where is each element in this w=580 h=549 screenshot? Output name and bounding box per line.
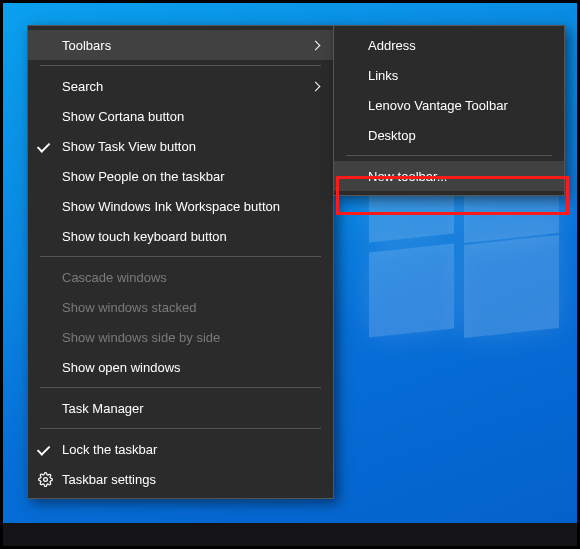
menu-item-label: Show open windows: [62, 360, 319, 375]
taskbar[interactable]: [3, 523, 577, 546]
check-icon: [28, 442, 62, 457]
menu-item-label: Show Cortana button: [62, 109, 319, 124]
menu-separator: [346, 155, 552, 156]
gear-icon: [28, 472, 62, 487]
screenshot-frame: Toolbars Search Show Cortana button Show…: [0, 0, 580, 549]
menu-item-label: Search: [62, 79, 307, 94]
menu-item-show-open-windows[interactable]: Show open windows: [28, 352, 333, 382]
menu-item-label: New toolbar...: [368, 169, 550, 184]
menu-item-label: Lock the taskbar: [62, 442, 319, 457]
chevron-right-icon: [307, 39, 319, 51]
menu-item-taskbar-settings[interactable]: Taskbar settings: [28, 464, 333, 494]
menu-item-label: Address: [368, 38, 550, 53]
submenu-item-links[interactable]: Links: [334, 60, 564, 90]
menu-item-label: Show People on the taskbar: [62, 169, 319, 184]
menu-item-label: Show Task View button: [62, 139, 319, 154]
submenu-item-address[interactable]: Address: [334, 30, 564, 60]
menu-item-label: Toolbars: [62, 38, 307, 53]
submenu-item-lenovo-vantage[interactable]: Lenovo Vantage Toolbar: [334, 90, 564, 120]
menu-item-label: Show touch keyboard button: [62, 229, 319, 244]
menu-item-show-ink-workspace[interactable]: Show Windows Ink Workspace button: [28, 191, 333, 221]
check-icon: [28, 139, 62, 154]
menu-item-label: Desktop: [368, 128, 550, 143]
menu-item-label: Show Windows Ink Workspace button: [62, 199, 319, 214]
menu-separator: [40, 428, 321, 429]
menu-item-show-stacked: Show windows stacked: [28, 292, 333, 322]
desktop-background: Toolbars Search Show Cortana button Show…: [3, 3, 577, 546]
menu-item-label: Taskbar settings: [62, 472, 319, 487]
toolbars-submenu: Address Links Lenovo Vantage Toolbar Des…: [333, 25, 565, 196]
menu-item-show-people[interactable]: Show People on the taskbar: [28, 161, 333, 191]
menu-item-label: Lenovo Vantage Toolbar: [368, 98, 550, 113]
taskbar-context-menu: Toolbars Search Show Cortana button Show…: [27, 25, 334, 499]
menu-item-label: Task Manager: [62, 401, 319, 416]
menu-item-show-touch-keyboard[interactable]: Show touch keyboard button: [28, 221, 333, 251]
menu-separator: [40, 387, 321, 388]
menu-item-label: Links: [368, 68, 550, 83]
menu-item-show-task-view[interactable]: Show Task View button: [28, 131, 333, 161]
svg-point-0: [43, 477, 47, 481]
menu-item-toolbars[interactable]: Toolbars: [28, 30, 333, 60]
menu-item-label: Cascade windows: [62, 270, 319, 285]
chevron-right-icon: [307, 80, 319, 92]
menu-separator: [40, 65, 321, 66]
menu-item-search[interactable]: Search: [28, 71, 333, 101]
menu-separator: [40, 256, 321, 257]
submenu-item-desktop[interactable]: Desktop: [334, 120, 564, 150]
menu-item-task-manager[interactable]: Task Manager: [28, 393, 333, 423]
menu-item-show-cortana[interactable]: Show Cortana button: [28, 101, 333, 131]
menu-item-cascade-windows: Cascade windows: [28, 262, 333, 292]
menu-item-lock-taskbar[interactable]: Lock the taskbar: [28, 434, 333, 464]
submenu-item-new-toolbar[interactable]: New toolbar...: [334, 161, 564, 191]
menu-item-label: Show windows stacked: [62, 300, 319, 315]
menu-item-label: Show windows side by side: [62, 330, 319, 345]
menu-item-side-by-side: Show windows side by side: [28, 322, 333, 352]
